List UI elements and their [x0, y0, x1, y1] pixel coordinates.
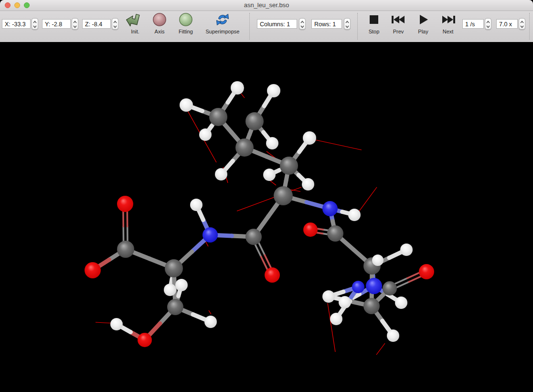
speed-field[interactable]: 1 /s [462, 19, 484, 29]
app-window: asn_leu_ser.bso X: -33.3 Y: -2.8 Z: -8.4 [0, 0, 533, 392]
fitting-label: Fitting [179, 29, 193, 34]
rows-stepper[interactable] [344, 18, 351, 30]
atom-c [117, 241, 134, 258]
atom-h [395, 297, 407, 309]
play-icon[interactable] [419, 14, 428, 27]
prev-icon[interactable] [391, 15, 406, 26]
atom-h [267, 84, 280, 97]
fitting-icon[interactable] [179, 12, 193, 29]
atom-h [175, 279, 188, 291]
titlebar[interactable]: asn_leu_ser.bso [0, 0, 533, 11]
columns-field[interactable]: Columns: 1 [257, 19, 297, 29]
zoom-stepper[interactable] [519, 18, 525, 30]
atom-h [204, 316, 217, 328]
atom-h [190, 199, 203, 211]
toolbar-separator [357, 13, 358, 40]
atom-h [339, 296, 351, 308]
zoom-field[interactable]: 7.0 x [496, 19, 518, 29]
atom-h [322, 290, 335, 303]
atom-o [85, 262, 101, 278]
atom-h [263, 169, 276, 181]
atom-o [138, 333, 152, 347]
y-rotation-stepper[interactable] [72, 18, 78, 30]
viewport[interactable] [0, 42, 533, 392]
atom-h [231, 81, 244, 95]
superimpose-label: Superimpopse [206, 29, 240, 34]
atom-h [164, 284, 176, 296]
atom-n [203, 227, 218, 243]
play-label: Play [418, 29, 428, 34]
toolbar-separator [249, 13, 250, 40]
init-icon[interactable] [125, 12, 142, 30]
x-rotation-field[interactable]: X: -33.3 [2, 19, 31, 29]
atom-h [199, 128, 212, 141]
atom-h [180, 98, 193, 112]
atom-h [303, 131, 316, 145]
window-title: asn_leu_ser.bso [0, 1, 533, 9]
next-icon[interactable] [441, 15, 456, 26]
atom-c [383, 281, 397, 296]
atom-c [165, 259, 183, 277]
superimpose-icon[interactable] [215, 12, 230, 29]
molecule-svg[interactable] [0, 42, 533, 392]
toolbar: X: -33.3 Y: -2.8 Z: -8.4 Init. [0, 11, 533, 42]
atom-c [245, 229, 262, 245]
atom-c [209, 108, 227, 126]
z-rotation-stepper[interactable] [112, 18, 118, 30]
x-rotation-stepper[interactable] [32, 18, 38, 30]
atom-c [245, 112, 264, 130]
atom-h [266, 137, 278, 149]
atom-o [265, 267, 280, 283]
y-rotation-field[interactable]: Y: -2.8 [42, 19, 71, 29]
atom-h [372, 254, 384, 266]
toolbar-separator [529, 13, 530, 40]
z-rotation-field[interactable]: Z: -8.4 [82, 19, 111, 29]
rows-field[interactable]: Rows: 1 [311, 19, 342, 29]
atom-n [366, 278, 382, 294]
atom-h [400, 244, 413, 256]
atom-c [280, 157, 298, 175]
atom-o [419, 264, 434, 279]
stop-icon[interactable] [369, 15, 379, 26]
atom-c [363, 298, 380, 314]
atom-c [274, 186, 293, 205]
atom-n [352, 281, 364, 293]
atom-h [330, 313, 342, 325]
next-label: Next [443, 29, 454, 34]
atom-h [348, 209, 361, 221]
axis-icon[interactable] [152, 12, 167, 29]
atom-o [303, 222, 318, 237]
stop-label: Stop [369, 29, 380, 34]
prev-label: Prev [393, 29, 404, 34]
atom-c [235, 138, 254, 157]
atom-o [117, 196, 133, 212]
speed-stepper[interactable] [485, 18, 491, 30]
atom-h [302, 178, 314, 191]
atom-n [322, 201, 338, 216]
atom-h [215, 168, 227, 180]
columns-stepper[interactable] [299, 18, 306, 30]
axis-label: Axis [155, 29, 165, 34]
atom-c [327, 225, 343, 242]
init-label: Init. [131, 29, 139, 34]
atom-h [387, 329, 399, 342]
atom-h [110, 318, 123, 330]
atom-c [167, 299, 183, 315]
